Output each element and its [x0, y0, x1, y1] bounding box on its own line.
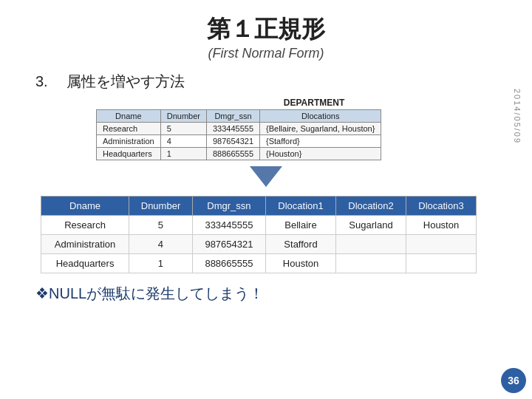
cell: Administration	[97, 135, 161, 148]
sub-title: (First Normal Form)	[0, 46, 532, 61]
cell: 4	[160, 135, 206, 148]
norm-table: Dname Dnumber Dmgr_ssn Dlocation1 Dlocat…	[41, 196, 477, 273]
arrow-wrapper	[0, 166, 532, 190]
cell: 4	[129, 235, 193, 254]
table-row: Headquarters 1 888665555 {Houston}	[97, 148, 381, 160]
norm-header-dlocation2: Dlocation2	[336, 197, 406, 216]
orig-header-dmgr: Dmgr_ssn	[206, 110, 259, 123]
cell: 1	[160, 148, 206, 160]
section-number: 3.	[35, 73, 48, 89]
cell: Sugarland	[336, 216, 406, 235]
orig-header-dnumber: Dnumber	[160, 110, 206, 123]
cell: Headquarters	[41, 254, 129, 273]
section-heading: 3. 属性を増やす方法	[35, 72, 532, 92]
orig-header-dlocations: Dlocations	[260, 110, 381, 123]
cell: 333445555	[192, 216, 265, 235]
cell: Houston	[266, 254, 336, 273]
norm-header-dname: Dname	[41, 197, 129, 216]
dept-label: DEPARTMENT	[96, 98, 532, 108]
norm-header-dlocation1: Dlocation1	[266, 197, 336, 216]
date-watermark: 2014/05/09	[513, 89, 522, 144]
cell: 1	[129, 254, 193, 273]
norm-header-dmgr: Dmgr_ssn	[192, 197, 265, 216]
section-label: 属性を増やす方法	[52, 73, 185, 89]
cell	[336, 254, 406, 273]
table-row: Headquarters 1 888665555 Houston	[41, 254, 477, 273]
cell: {Houston}	[260, 148, 381, 160]
cell: 987654321	[206, 135, 259, 148]
cell: Administration	[41, 235, 129, 254]
cell: Headquarters	[97, 148, 161, 160]
cell: {Stafford}	[260, 135, 381, 148]
title-area: 第１正規形 (First Normal Form)	[0, 0, 532, 64]
cell: 5	[129, 216, 193, 235]
arrow-down-icon	[250, 166, 282, 187]
cell: Houston	[406, 216, 476, 235]
cell: 333445555	[206, 123, 259, 135]
cell	[406, 254, 476, 273]
cell: Bellaire	[266, 216, 336, 235]
original-table-wrapper: DEPARTMENT Dname Dnumber Dmgr_ssn Dlocat…	[96, 98, 532, 160]
cell: Research	[97, 123, 161, 135]
cell: Stafford	[266, 235, 336, 254]
norm-header-dlocation3: Dlocation3	[406, 197, 476, 216]
orig-header-dname: Dname	[97, 110, 161, 123]
original-table: Dname Dnumber Dmgr_ssn Dlocations Resear…	[96, 109, 381, 160]
norm-table-wrapper: Dname Dnumber Dmgr_ssn Dlocation1 Dlocat…	[41, 196, 517, 273]
table-row: Research 5 333445555 {Bellaire, Sugarlan…	[97, 123, 381, 135]
cell	[406, 235, 476, 254]
main-title: 第１正規形	[0, 13, 532, 46]
cell: 888665555	[192, 254, 265, 273]
cell	[336, 235, 406, 254]
cell: {Bellaire, Sugarland, Houston}	[260, 123, 381, 135]
cell: 987654321	[192, 235, 265, 254]
slide: 第１正規形 (First Normal Form) 3. 属性を増やす方法 DE…	[0, 0, 532, 399]
cell: 5	[160, 123, 206, 135]
slide-number: 36	[501, 368, 526, 393]
footer-text: ❖NULLが無駄に発生してしまう！	[35, 284, 532, 304]
norm-header-dnumber: Dnumber	[129, 197, 193, 216]
cell: Research	[41, 216, 129, 235]
table-row: Administration 4 987654321 Stafford	[41, 235, 477, 254]
table-row: Administration 4 987654321 {Stafford}	[97, 135, 381, 148]
cell: 888665555	[206, 148, 259, 160]
table-row: Research 5 333445555 Bellaire Sugarland …	[41, 216, 477, 235]
